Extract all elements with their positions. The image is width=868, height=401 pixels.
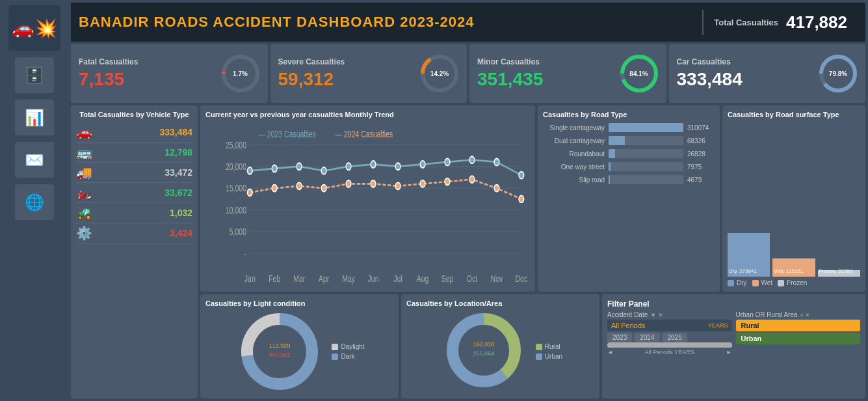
light-panel: Casualties by Light condition 112,920 30… xyxy=(200,294,399,398)
vehicle-value-0: 333,484 xyxy=(159,127,192,137)
trend-panel: Current year vs previous year casualties… xyxy=(200,105,535,292)
svg-point-51 xyxy=(420,180,425,187)
legend-label: Dry xyxy=(737,279,747,286)
title-main: BANADIR ROADS ACCIDENT DASHBOARD xyxy=(79,14,400,30)
legend-rural: Rural xyxy=(536,343,562,350)
surface-panel: Casualties by Road surface Type Dry, 279… xyxy=(722,105,865,292)
surface-panel-title: Casualties by Road surface Type xyxy=(728,111,860,118)
kpi-value-fatal: 7,135 xyxy=(79,69,138,90)
year-tag[interactable]: 2024 xyxy=(635,333,659,342)
vehicle-panel-title: Total Casualties by Vehicle Type xyxy=(76,111,192,118)
svg-text:Mar: Mar xyxy=(293,273,305,284)
legend-urban: Urban xyxy=(536,353,562,360)
third-row: Casualties by Light condition 112,920 30… xyxy=(200,294,865,398)
vehicle-row: 🚚 33,472 xyxy=(76,163,192,183)
svg-point-34 xyxy=(296,163,302,170)
year-tag[interactable]: 2023 xyxy=(607,333,632,342)
svg-point-35 xyxy=(321,167,326,174)
legend-dot xyxy=(752,280,759,286)
year-row: 202320242025 xyxy=(607,333,732,342)
trend-title: Current year vs previous year casualties… xyxy=(205,111,530,118)
kpi-pct-severe: 14.2% xyxy=(430,70,449,77)
svg-point-33 xyxy=(272,165,277,172)
light-donut: 112,920 304,962 xyxy=(234,312,325,391)
kpi-card-car: Car Casualties 333,484 79.8% xyxy=(669,44,866,103)
sidebar-icon-presentation[interactable]: 📊 xyxy=(15,100,54,135)
filter-area-icons[interactable]: ≡ ✕ xyxy=(800,312,811,318)
sidebar-icon-mail[interactable]: ✉️ xyxy=(15,142,54,178)
slider-track[interactable] xyxy=(607,342,732,348)
vehicle-panel: Total Casualties by Vehicle Type 🚗 333,4… xyxy=(71,105,198,398)
surface-legend: Dry Wet Frozen xyxy=(728,279,860,286)
legend-daylight: Daylight xyxy=(332,343,364,350)
kpi-donut-fatal: 1.7% xyxy=(221,54,260,93)
road-panel: Casualties by Road Type Single carriagew… xyxy=(538,105,720,292)
surface-bar: Wet, 115261 xyxy=(772,258,815,277)
vehicle-row: 🏍️ 33,672 xyxy=(76,183,192,203)
surface-bar-label: Frozen, 22780 xyxy=(819,268,853,274)
total-casualties-label: Total Casualties xyxy=(714,18,778,27)
kpi-card-fatal: Fatal Casualties 7,135 1.7% xyxy=(71,44,268,103)
svg-point-32 xyxy=(247,167,252,174)
filter-area-col: Urban OR Rural Area ≡ ✕ Rural Urban xyxy=(736,311,861,355)
road-value: 68326 xyxy=(687,137,715,145)
light-panel-title: Casualties by Light condition xyxy=(205,299,393,307)
slider-labels: ◄ All Periods YEARS ► xyxy=(607,349,732,355)
filter-panel: Filter Panel Accident Date ▼ ✕ All Perio… xyxy=(602,294,865,398)
road-bar xyxy=(609,162,611,171)
slider-bar[interactable] xyxy=(607,345,732,348)
svg-point-38 xyxy=(395,163,401,170)
svg-point-54 xyxy=(494,185,499,192)
filter-area-label: Urban OR Rural Area ≡ ✕ xyxy=(736,311,861,318)
svg-text:Dec: Dec xyxy=(516,273,528,284)
surface-bar: Frozen, 22780 xyxy=(818,270,860,277)
sidebar: 🚗💥 🗄️ 📊 ✉️ 🌐 xyxy=(0,0,68,401)
legend-dot xyxy=(778,280,784,286)
sidebar-icon-web[interactable]: 🌐 xyxy=(15,184,54,220)
road-label: One way street xyxy=(543,163,605,171)
kpi-left-car: Car Casualties 333,484 xyxy=(677,57,743,90)
legend-label: Wet xyxy=(761,279,773,286)
svg-point-45 xyxy=(272,185,277,192)
light-legend: Daylight Dark xyxy=(332,343,364,360)
filter-rural-option[interactable]: Rural xyxy=(736,320,861,331)
svg-point-46 xyxy=(296,182,302,189)
svg-text:Nov: Nov xyxy=(491,273,503,284)
svg-point-53 xyxy=(469,176,475,183)
svg-point-49 xyxy=(371,180,376,187)
road-bar-wrap xyxy=(609,123,683,132)
svg-text:Jun: Jun xyxy=(368,273,379,284)
kpi-label-fatal: Fatal Casualties xyxy=(79,57,138,66)
surface-bar-label: Dry, 279841 xyxy=(729,268,757,274)
svg-text:-: - xyxy=(244,249,246,259)
svg-point-48 xyxy=(346,180,351,187)
road-label: Dual carriageway xyxy=(543,137,605,145)
svg-point-39 xyxy=(420,161,425,168)
sidebar-icon-database[interactable]: 🗄️ xyxy=(15,57,54,93)
kpi-label-minor: Minor Casualties xyxy=(477,57,543,66)
svg-text:25,000: 25,000 xyxy=(226,140,246,150)
kpi-donut-minor: 84.1% xyxy=(620,54,659,93)
all-periods-label: All Periods YEARS xyxy=(645,349,694,355)
filter-urban-option[interactable]: Urban xyxy=(736,333,861,344)
year-tag[interactable]: 2025 xyxy=(663,333,687,342)
road-label: Slip road xyxy=(543,176,605,184)
vehicle-value-4: 1,032 xyxy=(170,208,192,218)
vehicle-icon-5: ⚙️ xyxy=(76,225,99,241)
svg-text:255,864: 255,864 xyxy=(473,350,495,357)
filter-icons[interactable]: ▼ ✕ xyxy=(650,312,663,318)
surface-bar-col: Wet, 115261 xyxy=(772,258,815,277)
location-chart-row: 162,018 255,864 Rural Urban xyxy=(406,310,594,393)
road-bar xyxy=(609,175,610,184)
kpi-card-severe: Severe Casualties 59,312 14.2% xyxy=(270,44,467,103)
svg-point-42 xyxy=(494,159,499,166)
svg-text:Feb: Feb xyxy=(269,273,280,284)
road-bar xyxy=(609,136,625,145)
legend-item: Wet xyxy=(752,279,773,286)
filter-date-value[interactable]: All Periods YEARS xyxy=(607,320,732,331)
vehicle-icon-2: 🚚 xyxy=(76,165,99,180)
legend-item: Dry xyxy=(728,279,747,286)
road-bar-wrap xyxy=(609,175,683,184)
road-row: Dual carriageway 68326 xyxy=(543,136,715,145)
vehicle-icon-3: 🏍️ xyxy=(76,185,99,200)
